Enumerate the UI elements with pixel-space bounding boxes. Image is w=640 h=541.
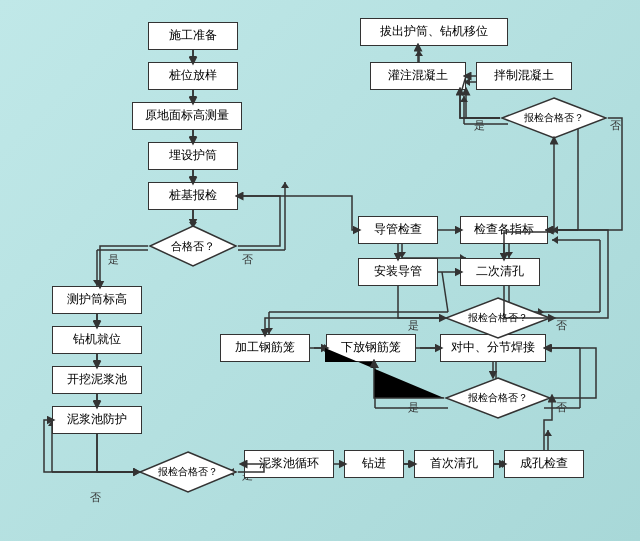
box-b23: 拔出护筒、钻机移位 (360, 18, 508, 46)
box-b4: 埋设护筒 (148, 142, 238, 170)
diamond-d1-label: 合格否？ (148, 239, 238, 254)
box-b18: 检查各指标 (460, 216, 548, 244)
box-b22: 拌制混凝土 (476, 62, 572, 90)
d4-no-label: 否 (556, 318, 567, 333)
d1-no-label: 否 (242, 252, 253, 267)
diamond-d2-label: 报检合格否？ (138, 465, 238, 479)
d2-no-label: 否 (90, 490, 101, 505)
box-b15: 下放钢筋笼 (326, 334, 416, 362)
svg-marker-46 (371, 362, 379, 368)
box-b2: 桩位放样 (148, 62, 238, 90)
box-b21: 灌注混凝土 (370, 62, 466, 90)
svg-marker-73 (460, 96, 468, 102)
diamond-d3: 报检合格否？ (444, 376, 552, 420)
box-b19: 安装导管 (358, 258, 438, 286)
diamond-d3-label: 报检合格否？ (444, 391, 552, 405)
svg-marker-66 (552, 236, 558, 244)
box-b6: 测护筒标高 (52, 286, 142, 314)
box-b17: 导管检查 (358, 216, 438, 244)
box-b8: 开挖泥浆池 (52, 366, 142, 394)
box-b20: 二次清孔 (460, 258, 540, 286)
svg-marker-68 (415, 50, 423, 56)
box-b10: 泥浆池循环 (244, 450, 334, 478)
d1-yes-label: 是 (108, 252, 119, 267)
d5-yes-label: 是 (474, 118, 485, 133)
box-b14: 加工钢筋笼 (220, 334, 310, 362)
box-b11: 钻进 (344, 450, 404, 478)
diamond-d4-label: 报检合格否？ (444, 311, 552, 325)
svg-marker-37 (544, 430, 552, 436)
d4-yes-label: 是 (408, 318, 419, 333)
box-b1: 施工准备 (148, 22, 238, 50)
diamond-d2: 报检合格否？ (138, 450, 238, 494)
box-b3: 原地面标高测量 (132, 102, 242, 130)
svg-marker-77 (552, 226, 558, 234)
diamond-d5: 报检合格否？ (500, 96, 608, 140)
flowchart-container: 施工准备 桩位放样 原地面标高测量 埋设护筒 桩基报检 合格否？ 是 否 测护筒… (0, 0, 640, 541)
box-b9: 泥浆池防护 (52, 406, 142, 434)
diamond-d4: 报检合格否？ (444, 296, 552, 340)
d5-no-label: 否 (610, 118, 621, 133)
svg-marker-15 (281, 182, 289, 188)
d3-yes-label: 是 (408, 400, 419, 415)
box-b5: 桩基报检 (148, 182, 238, 210)
diamond-d1: 合格否？ (148, 224, 238, 268)
d3-no-label: 否 (556, 400, 567, 415)
diamond-d5-label: 报检合格否？ (500, 111, 608, 125)
box-b12: 首次清孔 (414, 450, 494, 478)
box-b7: 钻机就位 (52, 326, 142, 354)
svg-marker-50 (546, 344, 552, 352)
box-b13: 成孔检查 (504, 450, 584, 478)
